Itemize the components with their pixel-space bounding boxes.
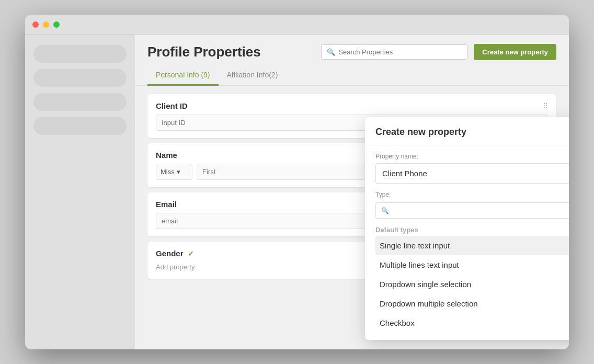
search-input[interactable] [338,48,462,56]
create-new-property-button[interactable]: Create new property [474,44,556,60]
types-section-label: Default types [375,223,569,236]
minimize-dot[interactable] [43,21,49,28]
property-card-header: Client ID ⠿ [156,101,548,110]
tabs-bar: Personal Info (9) Affliation Info(2) [135,60,569,86]
type-option-dropdown-multiple[interactable]: Dropdown multiple selection [375,294,569,313]
type-option-multiple-lines[interactable]: Multiple lines text input [375,255,569,275]
titlebar [25,15,569,35]
sidebar-item-4[interactable] [33,117,127,135]
sidebar-item-3[interactable] [33,93,127,111]
type-search-input[interactable] [392,207,568,214]
sidebar-item-1[interactable] [33,45,127,63]
property-name-email: Email [156,200,177,209]
property-name-name: Name [156,151,177,160]
new-property-name-input[interactable] [375,163,569,184]
main-content: Profile Properties 🔍 Create new property… [135,35,569,349]
main-header: Profile Properties 🔍 Create new property [135,35,569,60]
salutation-value: Miss [161,168,175,176]
salutation-select[interactable]: Miss ▾ [156,164,192,180]
first-name-input[interactable] [197,164,370,180]
tab-personal-info[interactable]: Personal Info (9) [147,66,219,86]
create-property-dropdown: Create new property Property name: Type:… [365,117,569,340]
dropdown-header: Create new property [365,117,569,145]
property-name-client-id: Client ID [156,101,188,110]
dropdown-title: Create new property [375,127,569,138]
properties-area: Client ID ⠿ Name ⠿ Miss ▾ [135,86,569,349]
type-option-dropdown-single[interactable]: Dropdown single selection [375,275,569,294]
property-name-gender: Gender ✓ [156,249,194,258]
sidebar [25,35,135,349]
page-title: Profile Properties [147,44,315,60]
type-search-bar: 🔍 [375,202,569,219]
property-name-label: Property name: [375,153,569,160]
type-option-single-line[interactable]: Single line text input [375,236,569,255]
tab-affliation-info[interactable]: Affliation Info(2) [219,66,287,86]
drag-handle-client-id[interactable]: ⠿ [543,102,548,110]
chevron-down-icon: ▾ [177,168,180,176]
search-icon: 🔍 [327,48,335,56]
type-search-icon: 🔍 [381,207,389,214]
type-option-checkbox[interactable]: Checkbox [375,313,569,333]
maximize-dot[interactable] [53,21,60,28]
close-dot[interactable] [32,21,39,28]
sidebar-item-2[interactable] [33,69,127,87]
type-field-label: Type: [375,191,569,198]
dropdown-body: Property name: Type: 🔍 Default types Sin… [365,145,569,340]
search-bar: 🔍 [321,44,467,60]
add-property-button[interactable]: Add property [156,263,195,271]
gender-check-icon: ✓ [188,249,194,258]
window-body: Profile Properties 🔍 Create new property… [25,35,569,349]
app-window: Profile Properties 🔍 Create new property… [25,15,569,349]
